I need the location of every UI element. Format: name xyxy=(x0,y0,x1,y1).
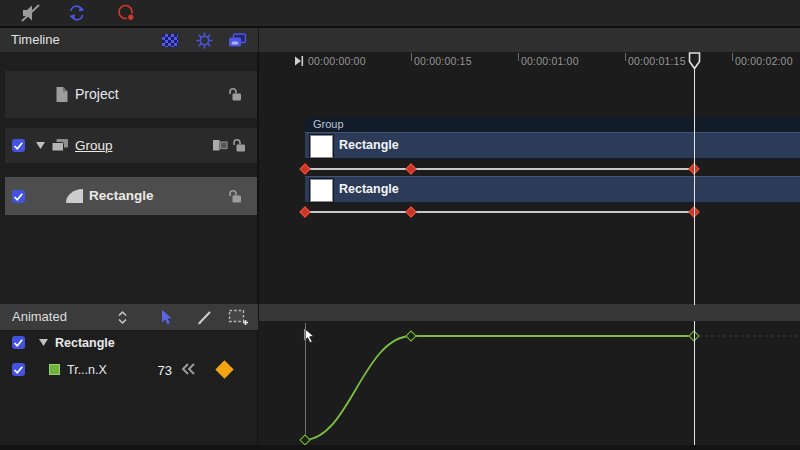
curve-set-dropdown[interactable]: Animated xyxy=(12,304,67,330)
keyframe-editor-toolbar: Animated xyxy=(0,304,258,331)
pen-tool-icon[interactable] xyxy=(196,309,213,326)
unlock-icon[interactable] xyxy=(228,87,244,102)
layer-activation-checkbox[interactable] xyxy=(12,190,25,203)
panel-title: Timeline xyxy=(11,28,60,52)
timeline-header: Timeline xyxy=(0,28,800,53)
track-bar-label: Rectangle xyxy=(339,177,399,202)
parameter-checkbox[interactable] xyxy=(12,363,25,376)
curve-row-rectangle[interactable]: Rectangle xyxy=(0,333,258,354)
layer-row-rectangle[interactable]: Rectangle xyxy=(5,177,257,215)
curve-row-checkbox[interactable] xyxy=(12,336,25,349)
isolate-flag-icon[interactable] xyxy=(212,139,228,152)
keyframe-curve-editor[interactable] xyxy=(258,321,800,445)
curve-group-label: Rectangle xyxy=(55,336,115,350)
track-bar-label: Rectangle xyxy=(339,133,399,158)
playhead-line[interactable] xyxy=(694,69,695,305)
editor-playhead-line[interactable] xyxy=(694,321,695,445)
disclosure-triangle-icon[interactable] xyxy=(36,142,45,149)
unlock-icon[interactable] xyxy=(232,138,248,153)
record-animation-icon[interactable] xyxy=(116,3,138,23)
layer-thumbnail xyxy=(310,135,333,158)
bottom-edge xyxy=(0,445,800,450)
top-toolbar xyxy=(0,0,800,28)
render-visibility-icon[interactable] xyxy=(162,34,178,47)
editor-start-line xyxy=(305,323,306,438)
editor-header-strip xyxy=(259,304,800,322)
ruler-timecode: 00:00:02:00 xyxy=(735,55,793,67)
keyframe-line xyxy=(305,168,694,170)
keyframe-line xyxy=(305,211,694,213)
motion-timeline-panel: Timeline Group Rectan xyxy=(0,0,800,450)
group-track-label: Group xyxy=(313,118,344,130)
curve-color-swatch xyxy=(49,364,60,375)
stepper-chevrons-icon[interactable] xyxy=(117,309,128,326)
keyframe-indicator-icon[interactable] xyxy=(215,360,233,378)
layer-label: Rectangle xyxy=(89,188,154,203)
playhead-handle[interactable] xyxy=(688,52,701,70)
layer-label: Project xyxy=(75,86,119,102)
layer-label: Group xyxy=(75,138,113,153)
loop-playback-icon[interactable] xyxy=(66,3,87,23)
ruler-timecode: 00:00:00:00 xyxy=(308,55,366,67)
playback-start-marker-icon xyxy=(294,55,305,67)
header-divider xyxy=(258,28,259,52)
group-activation-checkbox[interactable] xyxy=(12,139,25,152)
audio-mute-icon[interactable] xyxy=(20,3,42,23)
layer-row-project[interactable]: Project xyxy=(5,71,257,118)
disclosure-triangle-icon[interactable] xyxy=(39,339,48,346)
animation-curve[interactable] xyxy=(258,321,800,445)
ruler-tick xyxy=(411,53,412,61)
show-layers-icon[interactable] xyxy=(228,33,247,48)
settings-gear-icon[interactable] xyxy=(196,32,213,49)
track-bar-rectangle-1[interactable]: Rectangle xyxy=(305,132,800,159)
rectangle-shape-icon xyxy=(66,189,83,203)
select-tool-icon[interactable] xyxy=(159,309,173,326)
curve-row-parameter[interactable]: Tr...n.X 73 xyxy=(0,358,258,382)
ruler-timecode: 00:00:00:15 xyxy=(414,55,472,67)
ruler-tick xyxy=(732,53,733,61)
project-document-icon xyxy=(55,86,69,103)
parameter-value[interactable]: 73 xyxy=(138,363,172,378)
transform-box-tool-icon[interactable] xyxy=(228,309,249,326)
layer-thumbnail xyxy=(310,179,333,202)
track-bar-rectangle-2[interactable]: Rectangle xyxy=(305,176,800,203)
layer-row-group[interactable]: Group xyxy=(5,128,257,163)
parameter-label: Tr...n.X xyxy=(67,363,107,377)
group-layers-icon xyxy=(51,138,69,152)
group-track-header[interactable]: Group xyxy=(305,117,800,132)
previous-keyframe-icon[interactable] xyxy=(181,363,197,375)
unlock-icon[interactable] xyxy=(228,189,244,204)
ruler-timecode: 00:00:01:15 xyxy=(628,55,686,67)
ruler-tick xyxy=(518,53,519,61)
ruler-tick xyxy=(625,53,626,61)
ruler-timecode: 00:00:01:00 xyxy=(521,55,579,67)
